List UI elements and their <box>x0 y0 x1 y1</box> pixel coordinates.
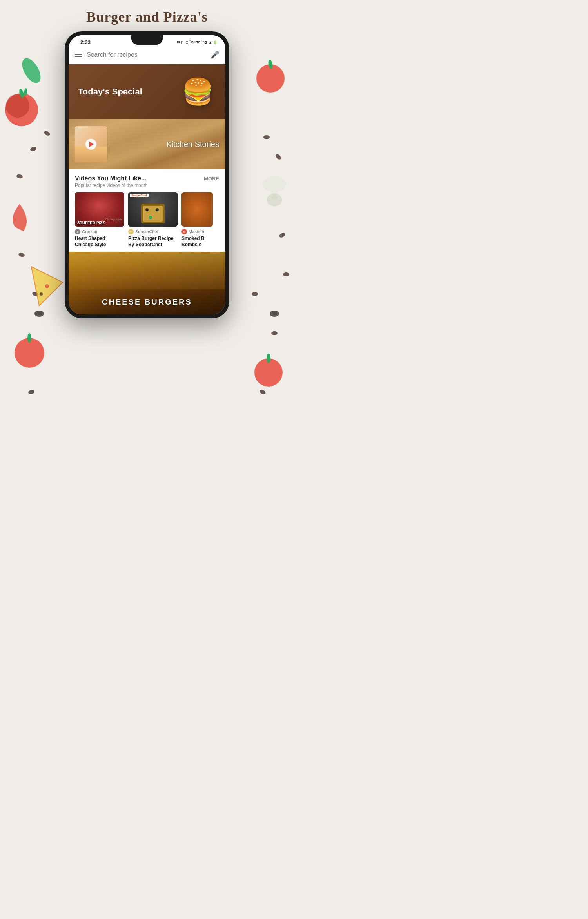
phone-notch <box>131 35 163 45</box>
video-card-1[interactable]: Chicago style STUFFED PIZZ C Crouton Hea… <box>75 192 124 248</box>
svg-point-28 <box>279 232 286 239</box>
video-card-2[interactable]: SooperChef <box>128 192 178 248</box>
search-bar[interactable]: 🎤 <box>69 47 225 64</box>
menu-icon[interactable] <box>75 53 82 57</box>
svg-point-13 <box>263 176 286 193</box>
status-icons: ✉ f ⊙ VoLTE 4G ▲ 🔋 <box>177 40 218 45</box>
burger-emoji: 🍔 <box>182 77 214 107</box>
svg-point-11 <box>32 291 39 297</box>
cheese-burgers-label: CHEESE BURGERS <box>102 298 192 307</box>
svg-point-3 <box>23 88 27 96</box>
battery-icon: 🔋 <box>213 40 218 44</box>
svg-point-9 <box>275 153 282 160</box>
video-title-2: Pizza Burger Recipe By SooperChef <box>128 236 178 248</box>
svg-point-12 <box>271 331 278 335</box>
svg-point-21 <box>254 358 283 387</box>
facebook-icon: f <box>181 40 183 45</box>
svg-point-15 <box>267 194 282 206</box>
videos-title: Videos You Might Like... <box>75 175 147 182</box>
videos-row: Chicago style STUFFED PIZZ C Crouton Hea… <box>75 192 219 248</box>
4g-icon: 4G <box>203 40 207 44</box>
source-name-3: Masterb <box>189 229 204 234</box>
svg-point-22 <box>267 354 270 363</box>
svg-point-24 <box>37 312 42 315</box>
video-thumb-1: Chicago style STUFFED PIZZ <box>75 192 124 227</box>
svg-point-19 <box>15 338 44 368</box>
video-source-1: C Crouton <box>75 229 124 234</box>
status-time: 2:33 <box>76 39 91 45</box>
svg-point-30 <box>283 272 289 276</box>
phone-screen: 2:33 ✉ f ⊙ VoLTE 4G ▲ 🔋 🎤 Tod <box>69 35 225 314</box>
svg-point-23 <box>34 311 44 317</box>
kitchen-video-thumb[interactable] <box>75 126 107 162</box>
svg-point-8 <box>263 135 270 139</box>
signal-icon: ▲ <box>209 40 212 44</box>
cheese-burgers-banner[interactable]: CHEESE BURGERS <box>69 252 225 314</box>
source-name-2: SooperChef <box>135 229 158 234</box>
more-button[interactable]: MORE <box>204 176 219 182</box>
video-source-3: M Masterb <box>181 229 213 234</box>
todays-special-banner[interactable]: Today's Special 🍔 <box>69 64 225 119</box>
svg-point-6 <box>44 130 51 137</box>
svg-rect-14 <box>272 193 277 200</box>
sooperchef-badge: SooperChef <box>130 194 149 197</box>
svg-point-4 <box>256 64 285 93</box>
source-name-1: Crouton <box>82 229 97 234</box>
svg-point-0 <box>5 93 38 126</box>
videos-section: Videos You Might Like... Popular recipe … <box>69 169 225 252</box>
video-title-3: Smoked B Bombs o <box>181 236 213 248</box>
todays-special-label: Today's Special <box>78 87 142 97</box>
kitchen-stories-label: Kitchen Stories <box>166 140 219 149</box>
svg-point-5 <box>268 59 273 69</box>
mic-icon[interactable]: 🎤 <box>211 51 219 59</box>
kitchen-stories-banner[interactable]: Kitchen Stories <box>69 119 225 169</box>
videos-header: Videos You Might Like... Popular recipe … <box>75 175 219 188</box>
svg-point-27 <box>16 174 23 179</box>
video-title-1: Heart Shaped Chicago Style <box>75 236 124 248</box>
mail-icon: ✉ <box>177 40 180 44</box>
svg-point-7 <box>30 146 37 152</box>
svg-point-29 <box>18 252 25 258</box>
svg-point-17 <box>45 284 49 288</box>
video-thumb-2: SooperChef <box>128 192 178 227</box>
svg-point-16 <box>18 55 44 86</box>
svg-point-10 <box>252 292 258 296</box>
play-button[interactable] <box>85 139 96 150</box>
video-card-3[interactable]: M Masterb Smoked B Bombs o <box>181 192 213 248</box>
volte-icon: VoLTE <box>190 40 201 44</box>
videos-subtitle: Popular recipe videos of the month <box>75 183 147 188</box>
svg-point-2 <box>18 88 25 98</box>
svg-point-20 <box>27 333 31 343</box>
svg-point-31 <box>259 389 267 395</box>
svg-point-32 <box>28 390 34 395</box>
page-title: Burger and Pizza's <box>0 0 294 31</box>
svg-point-18 <box>40 292 43 296</box>
svg-point-26 <box>272 312 277 315</box>
svg-point-25 <box>270 311 279 317</box>
search-input[interactable] <box>87 51 206 58</box>
video-thumb-3 <box>181 192 213 227</box>
svg-point-1 <box>6 94 29 118</box>
video-source-2: SC SooperChef <box>128 229 178 234</box>
phone-frame: 2:33 ✉ f ⊙ VoLTE 4G ▲ 🔋 🎤 Tod <box>65 31 229 318</box>
wifi-icon: ⊙ <box>185 40 189 44</box>
